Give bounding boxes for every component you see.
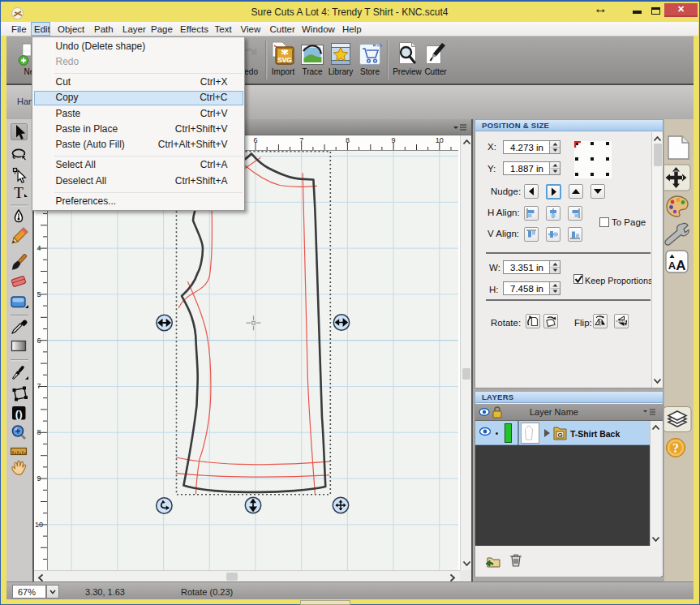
svg-text:Library: Library [329,67,354,76]
svg-text:A: A [676,258,685,273]
svg-text:A: A [668,260,676,272]
svg-text:+9: +9 [376,43,383,48]
svg-text:?: ? [672,441,679,455]
svg-text:Cutter: Cutter [424,67,447,76]
svg-text:Store: Store [360,67,380,76]
svg-text:(): () [15,408,23,420]
svg-text:Import: Import [272,67,295,76]
svg-text:Trace: Trace [302,67,323,76]
svg-text:SVG: SVG [277,56,292,64]
svg-text:T: T [14,184,24,201]
svg-text:Preview: Preview [393,67,422,76]
svg-text:G: G [557,431,562,439]
